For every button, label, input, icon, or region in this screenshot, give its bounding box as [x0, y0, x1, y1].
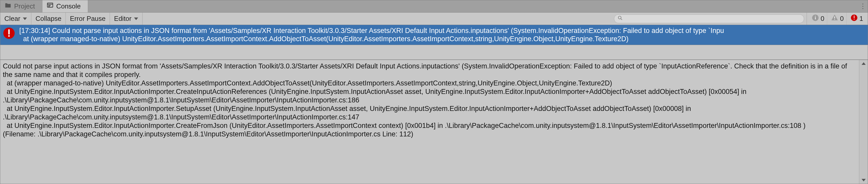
- log-line2: at (wrapper managed-to-native) UnityEdit…: [19, 35, 629, 43]
- svg-rect-9: [854, 19, 855, 20]
- tab-bar: Project Console ⋮: [0, 0, 868, 12]
- svg-rect-12: [8, 35, 10, 37]
- error-icon: [3, 27, 15, 40]
- editor-dropdown[interactable]: Editor: [110, 12, 143, 25]
- clear-label: Clear: [4, 15, 20, 23]
- svg-rect-3: [815, 17, 816, 20]
- scroll-up-icon[interactable]: [859, 60, 868, 67]
- tab-console[interactable]: Console: [42, 0, 88, 12]
- info-count: 0: [821, 15, 824, 23]
- log-entry-text: [17:30:14] Could not parse input actions…: [19, 27, 724, 43]
- svg-rect-6: [834, 19, 835, 20]
- search-icon: [617, 15, 623, 23]
- clear-button[interactable]: Clear: [0, 12, 31, 25]
- chevron-down-icon: [23, 18, 27, 20]
- info-toggle[interactable]: 0: [809, 12, 827, 25]
- console-toolbar: Clear Collapse Error Pause Editor: [0, 12, 868, 25]
- editor-label: Editor: [114, 15, 131, 23]
- console-icon: [46, 2, 54, 11]
- detail-pane: Could not parse input actions in JSON fo…: [0, 59, 868, 184]
- collapse-label: Collapse: [35, 15, 61, 23]
- svg-rect-8: [854, 16, 855, 18]
- info-icon: [811, 14, 819, 23]
- tab-project-label: Project: [14, 2, 35, 10]
- error-count: 1: [860, 15, 863, 23]
- tab-project[interactable]: Project: [0, 0, 42, 12]
- tab-options-icon[interactable]: ⋮: [859, 0, 868, 12]
- svg-rect-4: [815, 16, 816, 17]
- scrollbar-vertical[interactable]: [859, 60, 868, 184]
- folder-icon: [4, 2, 11, 11]
- collapse-button[interactable]: Collapse: [31, 12, 66, 25]
- log-counters: 0 0 1: [807, 12, 868, 25]
- search-input[interactable]: [623, 15, 801, 22]
- scroll-down-icon[interactable]: [859, 177, 868, 184]
- error-pause-label: Error Pause: [70, 15, 105, 23]
- search-box[interactable]: [614, 15, 804, 23]
- svg-rect-0: [47, 3, 53, 7]
- error-icon: [850, 14, 858, 23]
- error-pause-button[interactable]: Error Pause: [66, 12, 110, 25]
- log-entry[interactable]: [17:30:14] Could not parse input actions…: [0, 25, 868, 45]
- detail-text[interactable]: Could not parse input actions in JSON fo…: [0, 60, 859, 184]
- tab-console-label: Console: [56, 2, 81, 10]
- warn-toggle[interactable]: 0: [828, 12, 846, 25]
- svg-point-1: [618, 16, 621, 19]
- chevron-down-icon: [134, 18, 138, 20]
- svg-rect-11: [8, 29, 10, 34]
- error-toggle[interactable]: 1: [848, 12, 866, 25]
- warning-icon: [831, 14, 838, 23]
- log-line1: [17:30:14] Could not parse input actions…: [19, 27, 724, 34]
- warn-count: 0: [840, 15, 844, 23]
- svg-rect-5: [834, 17, 835, 19]
- search-container: [614, 12, 807, 25]
